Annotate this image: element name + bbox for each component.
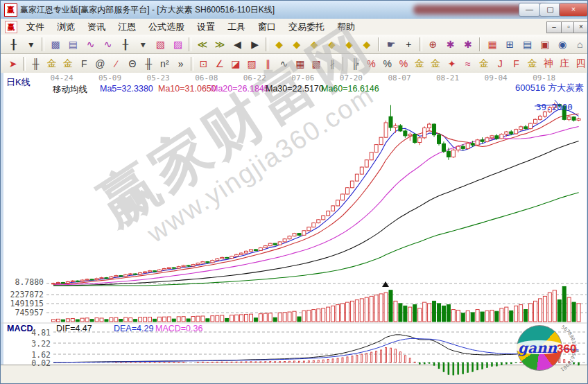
toolbar-icon-color-wave[interactable]: ▨: [170, 36, 186, 52]
menu-item-浏览[interactable]: 浏览: [51, 21, 81, 33]
toolbar-icon-diamond-move[interactable]: ◆: [358, 36, 374, 52]
toolbar-icon-gann-box[interactable]: ⊡: [196, 55, 211, 71]
toolbar-icon-grid-dense[interactable]: ▦: [293, 55, 307, 71]
toolbar-separator: [191, 57, 193, 71]
menu-item-设置[interactable]: 设置: [191, 21, 221, 33]
menu-item-窗口[interactable]: 窗口: [252, 21, 282, 33]
menu-item-公式选股[interactable]: 公式选股: [142, 21, 191, 33]
toolbar-icon-price-levels[interactable]: ╠: [348, 55, 363, 71]
toolbar-icon-more-tools[interactable]: »: [173, 55, 188, 71]
toolbar-icon-grid-dense-2[interactable]: ▩: [309, 55, 323, 71]
toolbar-icon-last-page[interactable]: ≫: [211, 36, 227, 52]
ma-title: 移动均线: [53, 84, 87, 96]
toolbar-icon-crosshair[interactable]: +: [401, 36, 417, 52]
toolbar-icon-spiral-tool[interactable]: @: [93, 55, 107, 71]
toolbar-icon-kline-period[interactable]: ╂: [6, 36, 21, 52]
macd-value-label: MACD=0.36: [155, 324, 202, 333]
toolbar-icon-notes[interactable]: ▤: [519, 36, 535, 52]
menu-item-文件[interactable]: 文件: [20, 21, 51, 33]
volume-tick-1: 2237872: [2, 290, 44, 299]
toolbar-icon-f10-report[interactable]: ▤: [65, 36, 81, 52]
toolbar-icon-percent-tool[interactable]: %: [380, 55, 395, 71]
toolbar-icon-wave-band[interactable]: ≈: [460, 55, 475, 71]
toolbar-icon-diamond-right[interactable]: ◆: [288, 36, 304, 52]
ma-legend-item: Ma10=31.0650: [158, 84, 216, 94]
peak-price-label: 39.2000: [536, 102, 573, 112]
toolbar-icon-gold-line[interactable]: 金: [429, 55, 443, 71]
toolbar-icon-diamond-expand[interactable]: ◆: [306, 36, 322, 52]
toolbar-icon-hand-drag[interactable]: ☛: [383, 36, 399, 52]
toolbar-icon-si-angle[interactable]: 四: [573, 55, 588, 71]
toolbar-icon-next[interactable]: ▶: [247, 36, 263, 52]
toolbar-icon-n-square[interactable]: n²: [157, 55, 172, 71]
toolbar-separator: [189, 37, 191, 51]
toolbar-icon-candle-dropdown[interactable]: ▾: [135, 36, 151, 52]
toolbar-icon-calculator[interactable]: ⊞: [502, 36, 518, 52]
close-button[interactable]: ×: [559, 3, 588, 17]
status-bar: 沪 3366.00 ▲9.16 0.27% 2258.39亿 深 11191.1…: [1, 365, 588, 384]
menu-item-交易委托[interactable]: 交易委托: [282, 21, 331, 33]
toolbar-icon-percent-retrace[interactable]: %: [364, 55, 379, 71]
minimize-button[interactable]: —: [519, 3, 540, 17]
toolbar-icon-shen-angle[interactable]: 神: [541, 55, 555, 71]
toolbar-icon-candle-tool[interactable]: ╂: [117, 36, 133, 52]
macd-dea-label: DEA=4.29: [114, 324, 153, 333]
date-tick: 05-23: [147, 73, 170, 82]
toolbar-icon-gold-angle-a[interactable]: 金: [476, 55, 491, 71]
toolbar-icon-gann-brain[interactable]: ✱: [460, 36, 476, 52]
menu-item-工具[interactable]: 工具: [221, 21, 252, 33]
toolbar-icon-grid-b[interactable]: ╫: [141, 55, 156, 71]
toolbar-icon-gann-fan[interactable]: ∠: [212, 55, 227, 71]
title-bar[interactable]: 赢 赢家江恩专业版[赢家内部服务平台] - [方大炭素 SH600516-110…: [1, 1, 588, 19]
gann360-logo: 567890123456789012345 gann360: [515, 324, 585, 374]
toolbar-icon-gold-angle-b[interactable]: 金: [525, 55, 539, 71]
date-tick: 06-08: [195, 73, 218, 82]
toolbar-icon-gann-flag[interactable]: ▧: [153, 36, 168, 52]
toolbar-icon-wave-9[interactable]: ∿: [100, 36, 116, 52]
toolbar-icon-percent-line[interactable]: %: [396, 55, 410, 71]
mdi-close-button[interactable]: ×: [573, 21, 588, 33]
toolbar-icon-fan-grid[interactable]: ▨: [245, 55, 259, 71]
toolbar-icon-overlay-chart[interactable]: ▩: [47, 36, 63, 52]
menu-item-江恩[interactable]: 江恩: [112, 21, 142, 33]
maximize-button[interactable]: ▢: [539, 3, 561, 17]
toolbar-icon-save[interactable]: ▣: [537, 36, 553, 52]
toolbar-icon-cycle-tool[interactable]: ✱: [442, 36, 458, 52]
toolbar-icon-hatch-lines[interactable]: ∦: [325, 55, 340, 71]
toolbar-icon-gold-ring[interactable]: 金: [413, 55, 427, 71]
toolbar-icon-kline-period-dropdown[interactable]: ▾: [23, 36, 39, 52]
toolbar-icon-zigzag[interactable]: ∿: [277, 55, 291, 71]
menu-item-帮助[interactable]: 帮助: [331, 21, 361, 33]
toolbar-icon-draw-pen[interactable]: ➤: [6, 55, 20, 71]
toolbar-icon-time-cycle[interactable]: Θ: [125, 55, 139, 71]
toolbar-icon-diamond-star[interactable]: ◆: [341, 36, 357, 52]
toolbar-icon-gold-grid-2[interactable]: 金: [60, 55, 75, 71]
menu-item-资讯[interactable]: 资讯: [81, 21, 112, 33]
toolbar-icon-j-angle[interactable]: J: [493, 55, 508, 71]
toolbar-icon-f-angle[interactable]: F: [509, 55, 524, 71]
toolbar-separator: [266, 37, 268, 51]
volume-tick-3: 745957: [2, 308, 44, 317]
toolbar-icon-prev[interactable]: ◀: [230, 36, 245, 52]
menu-app-icon: 赢: [5, 21, 17, 33]
toolbar-separator: [378, 37, 381, 51]
toolbar-icon-f-grid[interactable]: F: [77, 55, 92, 71]
toolbar-icon-gold-grid[interactable]: 金: [44, 55, 59, 71]
toolbar-icon-wave-3[interactable]: ∿: [83, 36, 98, 52]
toolbar-icon-first-page[interactable]: ≪: [194, 36, 210, 52]
toolbar-icon-trend-angle[interactable]: ∥: [261, 55, 275, 71]
toolbar-icon-grid-tool[interactable]: ╫: [28, 55, 43, 71]
toolbar-icon-clock-tool[interactable]: ◉: [554, 36, 570, 52]
toolbar-icon-zoom-path[interactable]: ⊕: [425, 36, 441, 52]
date-tick: 08-21: [436, 73, 459, 82]
toolbar-icon-diamond-left[interactable]: ◆: [271, 36, 287, 52]
toolbar-icon-diamond-shrink[interactable]: ◆: [324, 36, 340, 52]
toolbar-icon-calendar-21[interactable]: ▦: [484, 36, 500, 52]
toolbar-icon-zhuang-angle[interactable]: 庄: [557, 55, 571, 71]
toolbar-separator: [23, 57, 26, 71]
mdi-minimize-button[interactable]: –: [546, 21, 562, 33]
toolbar-icon-marker-tool[interactable]: ✦: [444, 55, 459, 71]
toolbar-icon-pen-ruler[interactable]: ∕: [109, 55, 123, 71]
toolbar-icon-remote-pc[interactable]: ⌂: [572, 36, 588, 52]
toolbar-icon-fan-square[interactable]: ◪: [228, 55, 243, 71]
